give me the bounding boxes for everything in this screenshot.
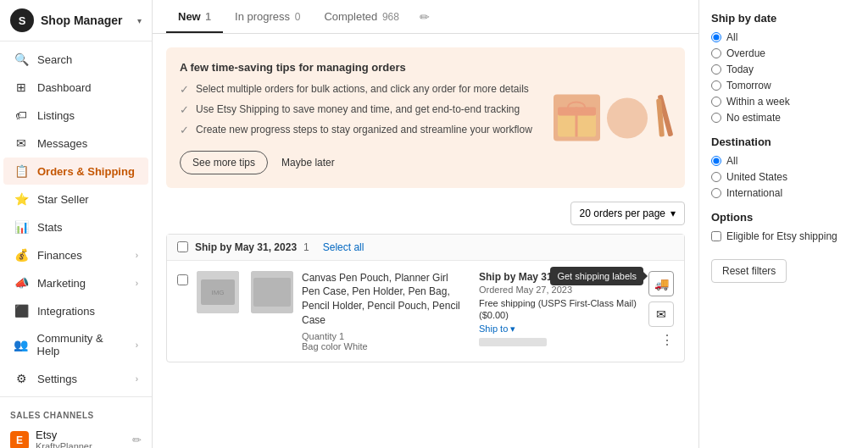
etsy-edit-icon[interactable]: ✏ xyxy=(132,434,142,446)
tip-text: Create new progress steps to stay organi… xyxy=(196,123,532,137)
chevron-icon: › xyxy=(136,279,138,288)
ship-by-option-today[interactable]: Today xyxy=(711,64,856,75)
destination-option-all[interactable]: All xyxy=(711,155,856,167)
options-title: Options xyxy=(711,211,856,224)
per-page-button[interactable]: 20 orders per page ▾ xyxy=(570,202,685,225)
ship-by-date-title: Ship by date xyxy=(711,12,856,25)
ship-by-radio[interactable] xyxy=(711,80,721,91)
order-checkbox[interactable] xyxy=(177,274,188,285)
stats-icon: 📊 xyxy=(14,220,29,234)
reset-filters-button[interactable]: Reset filters xyxy=(711,259,787,283)
sidebar-item-label: Stats xyxy=(37,221,63,234)
community-icon: 👥 xyxy=(14,338,29,351)
main-content: New 1In progress 0Completed 968✏ A few t… xyxy=(153,0,868,448)
ship-by-radio[interactable] xyxy=(711,32,721,42)
option-etsy-shipping[interactable]: Eligible for Etsy shipping xyxy=(711,230,856,242)
mail-button[interactable]: ✉ xyxy=(648,301,674,327)
tab-edit-icon[interactable]: ✏ xyxy=(416,3,433,30)
star-seller-icon: ⭐ xyxy=(14,192,29,206)
finances-icon: 💰 xyxy=(14,248,29,262)
select-all-link[interactable]: Select all xyxy=(323,241,364,253)
tab-new[interactable]: New 1 xyxy=(166,0,223,33)
destination-radio-group: All United States International xyxy=(711,155,856,199)
sidebar-item-star-seller[interactable]: ⭐ Star Seller xyxy=(3,185,148,213)
header-chevron-icon: ▾ xyxy=(137,16,142,25)
ship-by-radio[interactable] xyxy=(711,48,721,58)
sidebar-item-integrations[interactable]: ⬛ Integrations xyxy=(3,297,148,324)
sidebar-item-label: Orders & Shipping xyxy=(37,165,135,178)
ship-by-option-tomorrow[interactable]: Tomorrow xyxy=(711,80,856,91)
ship-to-label[interactable]: Ship to ▾ xyxy=(479,324,640,335)
ship-by-option-within-week[interactable]: Within a week xyxy=(711,96,856,108)
order-actions: 🚚 Get shipping labels ✉ ⋮ xyxy=(648,271,674,348)
sidebar-item-stats[interactable]: 📊 Stats xyxy=(3,213,148,241)
svg-rect-8 xyxy=(253,278,291,307)
sidebar-item-orders[interactable]: 📋 Orders & Shipping xyxy=(3,158,148,185)
illus-gift xyxy=(554,94,600,141)
ship-by-option-overdue[interactable]: Overdue xyxy=(711,47,856,59)
ship-by-option-no-estimate[interactable]: No estimate xyxy=(711,112,856,124)
etsy-channel-item[interactable]: E Etsy KraftyPlanner ✏ xyxy=(0,423,152,448)
tab-in-progress[interactable]: In progress 0 xyxy=(223,0,312,33)
per-page-label: 20 orders per page xyxy=(580,207,665,219)
quantity-label: Quantity xyxy=(302,331,337,341)
check-icon: ✓ xyxy=(180,102,189,118)
tab-label: In progress xyxy=(235,10,290,23)
destination-option-us[interactable]: United States xyxy=(711,171,856,183)
sidebar-item-label: Integrations xyxy=(37,305,95,318)
tab-count: 0 xyxy=(295,11,301,23)
destination-title: Destination xyxy=(711,136,856,148)
ship-group-count: 1 xyxy=(303,241,309,253)
ship-by-option-label: All xyxy=(726,31,737,43)
tips-banner: A few time-saving tips for managing orde… xyxy=(166,47,685,188)
sidebar-item-search[interactable]: 🔍 Search xyxy=(3,46,148,73)
destination-radio[interactable] xyxy=(711,188,721,198)
sidebar-item-label: Marketing xyxy=(37,277,86,290)
sidebar-item-settings[interactable]: ⚙ Settings › xyxy=(3,365,148,392)
sidebar-item-community[interactable]: 👥 Community & Help › xyxy=(3,325,148,364)
more-options-button[interactable]: ⋮ xyxy=(660,332,674,348)
destination-option-label: All xyxy=(726,155,737,167)
shop-icon: S xyxy=(10,8,34,32)
sales-channels-title: SALES CHANNELS xyxy=(0,404,152,423)
etsy-icon: E xyxy=(10,431,29,449)
sidebar-item-listings[interactable]: 🏷 Listings xyxy=(3,102,148,129)
destination-radio[interactable] xyxy=(711,156,721,166)
ship-by-option-all[interactable]: All xyxy=(711,31,856,43)
maybe-later-button[interactable]: Maybe later xyxy=(281,157,335,169)
order-image-inner: IMG xyxy=(197,271,239,313)
sidebar-item-finances[interactable]: 💰 Finances › xyxy=(3,241,148,268)
options-checkboxes: Eligible for Etsy shipping xyxy=(711,230,856,242)
destination-option-label: United States xyxy=(726,171,787,183)
ship-by-radio[interactable] xyxy=(711,64,721,75)
destination-radio[interactable] xyxy=(711,172,721,182)
shipping-type-text: Free shipping (USPS First-Class Mail) xyxy=(479,298,637,308)
group-checkbox[interactable] xyxy=(177,241,188,252)
see-more-tips-button[interactable]: See more tips xyxy=(180,151,268,174)
sidebar-item-marketing[interactable]: 📣 Marketing › xyxy=(3,269,148,296)
illus-pencils xyxy=(654,94,671,141)
ship-by-option-label: Tomorrow xyxy=(726,80,771,91)
option-checkbox[interactable] xyxy=(711,231,721,241)
tab-completed[interactable]: Completed 968 xyxy=(312,0,411,33)
messages-icon: ✉ xyxy=(14,136,29,150)
sidebar-item-label: Finances xyxy=(37,249,82,262)
listings-icon: 🏷 xyxy=(14,108,29,122)
ordered-date: Ordered May 27, 2023 xyxy=(479,285,640,295)
sidebar-item-label: Settings xyxy=(37,373,77,385)
ship-by-date-filter: Ship by date All Overdue Today Tomorrow … xyxy=(711,12,856,124)
sidebar-item-dashboard[interactable]: ⊞ Dashboard xyxy=(3,74,148,101)
destination-option-intl[interactable]: International xyxy=(711,187,856,199)
sidebar-header[interactable]: S Shop Manager ▾ xyxy=(0,0,152,41)
settings-icon: ⚙ xyxy=(14,372,29,385)
get-shipping-labels-button[interactable]: 🚚 xyxy=(648,271,674,296)
ship-by-option-label: Within a week xyxy=(726,96,790,108)
sidebar-item-label: Dashboard xyxy=(37,81,92,94)
sidebar-item-label: Star Seller xyxy=(37,193,89,206)
ship-by-radio[interactable] xyxy=(711,97,721,107)
destination-option-label: International xyxy=(726,187,782,199)
ship-by-radio[interactable] xyxy=(711,113,721,123)
etsy-channel-info: Etsy KraftyPlanner xyxy=(36,429,125,448)
shipping-label-action-container: 🚚 Get shipping labels xyxy=(648,271,674,296)
sidebar-item-messages[interactable]: ✉ Messages xyxy=(3,130,148,157)
